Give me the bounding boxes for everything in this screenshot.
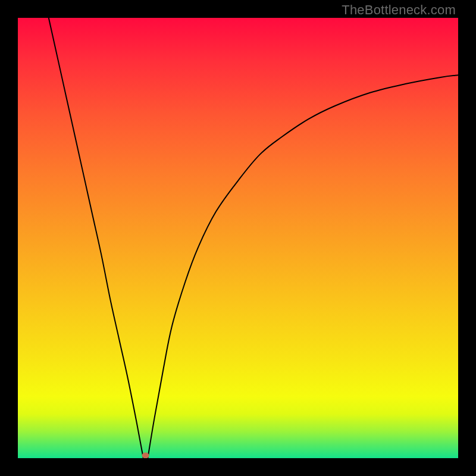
watermark-text: TheBottleneck.com	[342, 2, 456, 18]
curve-left-branch	[49, 18, 143, 458]
curve-right-branch	[148, 75, 458, 458]
chart-container: TheBottleneck.com	[0, 0, 476, 476]
plot-area	[18, 18, 458, 458]
chart-svg	[18, 18, 458, 458]
